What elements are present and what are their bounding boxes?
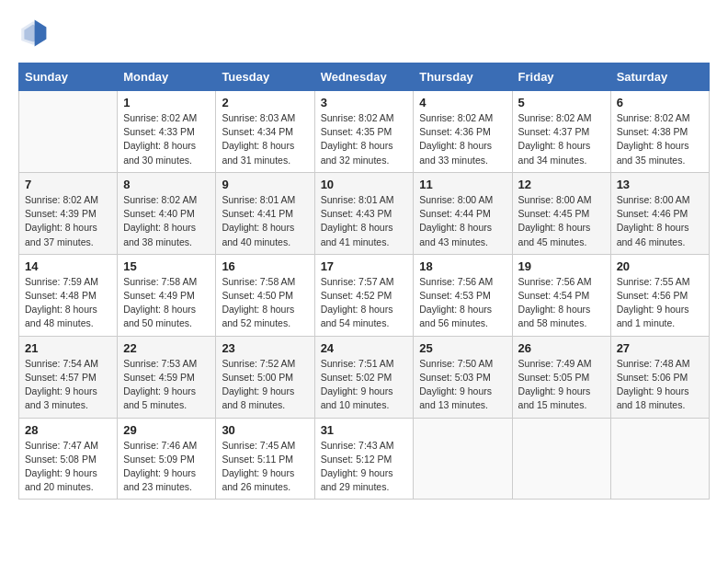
day-number: 4 [419, 96, 506, 109]
day-number: 27 [617, 341, 703, 355]
day-cell: 17Sunrise: 7:57 AM Sunset: 4:52 PM Dayli… [314, 254, 414, 336]
day-number: 25 [419, 341, 506, 355]
logo-icon [18, 18, 48, 48]
day-info: Sunrise: 7:46 AM Sunset: 5:09 PM Dayligh… [123, 439, 210, 495]
calendar-header: SundayMondayTuesdayWednesdayThursdayFrid… [19, 63, 710, 91]
day-cell: 6Sunrise: 8:02 AM Sunset: 4:38 PM Daylig… [610, 91, 709, 173]
day-number: 26 [518, 341, 605, 355]
day-number: 3 [321, 96, 408, 109]
day-info: Sunrise: 8:02 AM Sunset: 4:39 PM Dayligh… [25, 193, 111, 249]
day-cell: 28Sunrise: 7:47 AM Sunset: 5:08 PM Dayli… [19, 418, 118, 500]
day-info: Sunrise: 8:01 AM Sunset: 4:43 PM Dayligh… [321, 193, 408, 249]
day-number: 6 [617, 96, 703, 109]
day-info: Sunrise: 8:03 AM Sunset: 4:34 PM Dayligh… [222, 111, 308, 167]
day-cell: 24Sunrise: 7:51 AM Sunset: 5:02 PM Dayli… [314, 336, 414, 418]
day-number: 28 [25, 423, 111, 437]
day-number: 1 [123, 96, 210, 109]
day-cell: 30Sunrise: 7:45 AM Sunset: 5:11 PM Dayli… [216, 418, 314, 500]
svg-marker-2 [35, 20, 47, 47]
day-number: 23 [222, 341, 308, 355]
day-info: Sunrise: 7:59 AM Sunset: 4:48 PM Dayligh… [25, 275, 111, 331]
day-info: Sunrise: 7:45 AM Sunset: 5:11 PM Dayligh… [222, 439, 308, 495]
day-info: Sunrise: 7:50 AM Sunset: 5:03 PM Dayligh… [419, 357, 506, 413]
day-number: 17 [321, 259, 408, 273]
day-number: 31 [321, 423, 408, 437]
day-info: Sunrise: 7:53 AM Sunset: 4:59 PM Dayligh… [123, 357, 210, 413]
page-header [18, 18, 710, 48]
day-info: Sunrise: 8:00 AM Sunset: 4:46 PM Dayligh… [617, 193, 703, 249]
day-info: Sunrise: 7:57 AM Sunset: 4:52 PM Dayligh… [321, 275, 408, 331]
day-number: 8 [123, 178, 210, 191]
week-row-5: 28Sunrise: 7:47 AM Sunset: 5:08 PM Dayli… [19, 418, 710, 500]
day-number: 20 [617, 259, 703, 273]
day-number: 10 [321, 178, 408, 191]
col-header-thursday: Thursday [414, 63, 512, 91]
day-info: Sunrise: 8:01 AM Sunset: 4:41 PM Dayligh… [222, 193, 308, 249]
calendar-table: SundayMondayTuesdayWednesdayThursdayFrid… [18, 63, 710, 500]
week-row-1: 1Sunrise: 8:02 AM Sunset: 4:33 PM Daylig… [19, 91, 710, 173]
day-cell: 10Sunrise: 8:01 AM Sunset: 4:43 PM Dayli… [314, 172, 414, 254]
day-info: Sunrise: 7:48 AM Sunset: 5:06 PM Dayligh… [617, 357, 703, 413]
day-info: Sunrise: 7:56 AM Sunset: 4:53 PM Dayligh… [419, 275, 506, 331]
day-cell: 14Sunrise: 7:59 AM Sunset: 4:48 PM Dayli… [19, 254, 118, 336]
day-number: 7 [25, 178, 111, 191]
day-number: 21 [25, 341, 111, 355]
day-cell: 23Sunrise: 7:52 AM Sunset: 5:00 PM Dayli… [216, 336, 314, 418]
day-number: 19 [518, 259, 605, 273]
week-row-2: 7Sunrise: 8:02 AM Sunset: 4:39 PM Daylig… [19, 172, 710, 254]
col-header-tuesday: Tuesday [216, 63, 314, 91]
day-cell: 1Sunrise: 8:02 AM Sunset: 4:33 PM Daylig… [118, 91, 216, 173]
day-cell [512, 418, 610, 500]
day-number: 30 [222, 423, 308, 437]
day-cell: 5Sunrise: 8:02 AM Sunset: 4:37 PM Daylig… [512, 91, 610, 173]
day-number: 12 [518, 178, 605, 191]
week-row-3: 14Sunrise: 7:59 AM Sunset: 4:48 PM Dayli… [19, 254, 710, 336]
day-info: Sunrise: 8:02 AM Sunset: 4:35 PM Dayligh… [321, 111, 408, 167]
day-cell: 7Sunrise: 8:02 AM Sunset: 4:39 PM Daylig… [19, 172, 118, 254]
day-cell: 16Sunrise: 7:58 AM Sunset: 4:50 PM Dayli… [216, 254, 314, 336]
day-cell: 20Sunrise: 7:55 AM Sunset: 4:56 PM Dayli… [610, 254, 709, 336]
day-number: 13 [617, 178, 703, 191]
day-info: Sunrise: 8:00 AM Sunset: 4:45 PM Dayligh… [518, 193, 605, 249]
day-number: 18 [419, 259, 506, 273]
day-cell [19, 91, 118, 173]
day-info: Sunrise: 7:58 AM Sunset: 4:49 PM Dayligh… [123, 275, 210, 331]
day-info: Sunrise: 7:58 AM Sunset: 4:50 PM Dayligh… [222, 275, 308, 331]
day-info: Sunrise: 8:00 AM Sunset: 4:44 PM Dayligh… [419, 193, 506, 249]
day-cell: 8Sunrise: 8:02 AM Sunset: 4:40 PM Daylig… [118, 172, 216, 254]
day-info: Sunrise: 7:51 AM Sunset: 5:02 PM Dayligh… [321, 357, 408, 413]
day-info: Sunrise: 7:52 AM Sunset: 5:00 PM Dayligh… [222, 357, 308, 413]
day-cell: 3Sunrise: 8:02 AM Sunset: 4:35 PM Daylig… [314, 91, 414, 173]
day-number: 24 [321, 341, 408, 355]
day-cell: 26Sunrise: 7:49 AM Sunset: 5:05 PM Dayli… [512, 336, 610, 418]
day-info: Sunrise: 7:43 AM Sunset: 5:12 PM Dayligh… [321, 439, 408, 495]
day-cell: 2Sunrise: 8:03 AM Sunset: 4:34 PM Daylig… [216, 91, 314, 173]
day-info: Sunrise: 8:02 AM Sunset: 4:37 PM Dayligh… [518, 111, 605, 167]
day-cell [414, 418, 512, 500]
day-info: Sunrise: 8:02 AM Sunset: 4:40 PM Dayligh… [123, 193, 210, 249]
day-cell: 19Sunrise: 7:56 AM Sunset: 4:54 PM Dayli… [512, 254, 610, 336]
day-number: 15 [123, 259, 210, 273]
day-cell: 13Sunrise: 8:00 AM Sunset: 4:46 PM Dayli… [610, 172, 709, 254]
day-info: Sunrise: 7:54 AM Sunset: 4:57 PM Dayligh… [25, 357, 111, 413]
calendar-body: 1Sunrise: 8:02 AM Sunset: 4:33 PM Daylig… [19, 91, 710, 500]
day-number: 9 [222, 178, 308, 191]
col-header-monday: Monday [118, 63, 216, 91]
col-header-wednesday: Wednesday [314, 63, 414, 91]
day-cell: 12Sunrise: 8:00 AM Sunset: 4:45 PM Dayli… [512, 172, 610, 254]
day-number: 2 [222, 96, 308, 109]
logo [18, 18, 51, 48]
day-info: Sunrise: 7:56 AM Sunset: 4:54 PM Dayligh… [518, 275, 605, 331]
day-number: 5 [518, 96, 605, 109]
day-cell: 29Sunrise: 7:46 AM Sunset: 5:09 PM Dayli… [118, 418, 216, 500]
col-header-sunday: Sunday [19, 63, 118, 91]
day-cell: 11Sunrise: 8:00 AM Sunset: 4:44 PM Dayli… [414, 172, 512, 254]
day-cell: 4Sunrise: 8:02 AM Sunset: 4:36 PM Daylig… [414, 91, 512, 173]
day-info: Sunrise: 8:02 AM Sunset: 4:33 PM Dayligh… [123, 111, 210, 167]
day-cell [610, 418, 709, 500]
day-number: 16 [222, 259, 308, 273]
col-header-friday: Friday [512, 63, 610, 91]
day-info: Sunrise: 7:55 AM Sunset: 4:56 PM Dayligh… [617, 275, 703, 331]
day-cell: 21Sunrise: 7:54 AM Sunset: 4:57 PM Dayli… [19, 336, 118, 418]
day-number: 14 [25, 259, 111, 273]
